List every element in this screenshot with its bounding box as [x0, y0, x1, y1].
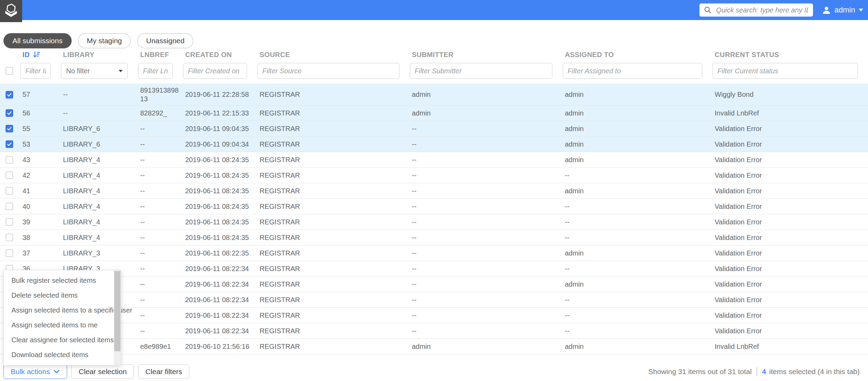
table-row[interactable]: 43LIBRARY_4--2019-06-11 08:24:35REGISTRA…: [0, 152, 868, 168]
filter-input-submitter[interactable]: [410, 63, 552, 79]
cell-text: REGISTRAR: [260, 125, 300, 133]
row-checkbox[interactable]: [6, 109, 13, 117]
row-checkbox[interactable]: [6, 140, 13, 148]
cell-created_on: 2019-06-11 22:15:33: [180, 105, 254, 121]
table-row[interactable]: 39LIBRARY_4--2019-06-11 08:24:35REGISTRA…: [0, 214, 868, 230]
library-filter-select[interactable]: No filter: [61, 63, 128, 79]
cell-created_on: 2019-06-11 08:22:35: [180, 245, 254, 261]
cell-text: --: [412, 234, 416, 242]
cell-text: --: [140, 218, 145, 226]
table-row[interactable]: e8e989e12019-06-10 21:56:16REGISTRARadmi…: [0, 339, 868, 354]
cell-submitter: --: [406, 323, 559, 338]
cell-text: REGISTRAR: [260, 91, 300, 99]
cell-text: admin: [565, 109, 584, 117]
cell-text: Validation Error: [715, 249, 762, 257]
menu-scrollbar[interactable]: [114, 270, 121, 365]
cell-text: 37: [22, 249, 30, 257]
table-row[interactable]: 38LIBRARY_4--2019-06-11 08:24:35REGISTRA…: [0, 230, 868, 245]
showing-count-text: Showing 31 items out of 31 total: [648, 368, 752, 376]
filter-input-assigned_to[interactable]: [563, 63, 702, 79]
column-header-submitter[interactable]: SUBMITTER: [406, 48, 559, 61]
table-row[interactable]: 40LIBRARY_4--2019-06-11 08:24:35REGISTRA…: [0, 199, 868, 214]
cell-source: REGISTRAR: [254, 292, 406, 307]
cell-text: REGISTRAR: [260, 312, 300, 319]
table-row[interactable]: --2019-06-11 08:22:34REGISTRAR--adminVal…: [0, 277, 868, 292]
table-row[interactable]: --2019-06-11 08:22:34REGISTRAR----Valida…: [0, 323, 868, 339]
row-checkbox[interactable]: [6, 203, 13, 210]
table-row[interactable]: 41LIBRARY_4--2019-06-11 08:24:35REGISTRA…: [0, 183, 868, 199]
cell-assigned_to: admin: [559, 245, 709, 261]
filter-cell-submitter: [406, 63, 559, 79]
bulk-actions-label: Bulk actions: [11, 368, 50, 376]
menu-item-download-selected-items[interactable]: Download selected items: [4, 347, 121, 362]
cell-text: admin: [565, 140, 584, 148]
column-header-id[interactable]: ID: [17, 48, 57, 61]
tab-unassigned[interactable]: Unassigned: [137, 33, 193, 48]
table-row[interactable]: 53LIBRARY_6--2019-06-11 09:04:34REGISTRA…: [0, 137, 868, 152]
filter-input-source[interactable]: [257, 63, 399, 79]
select-all-checkbox[interactable]: [6, 67, 13, 75]
column-header-library[interactable]: LIBRARY: [57, 48, 135, 61]
column-header-assigned_to[interactable]: ASSIGNED TO: [559, 48, 709, 61]
cell-id: 38: [17, 230, 57, 245]
menu-item-bulk-register-selected-items[interactable]: Bulk register selected items: [4, 273, 121, 288]
user-menu[interactable]: admin: [822, 6, 863, 15]
filter-cell-id: [17, 63, 57, 79]
row-checkbox[interactable]: [6, 249, 13, 257]
menu-item-delete-selected-items[interactable]: Delete selected items: [4, 288, 121, 303]
quick-search-input[interactable]: [715, 6, 809, 15]
table-row[interactable]: --2019-06-11 08:22:34REGISTRAR----Valida…: [0, 292, 868, 308]
table-row[interactable]: 56--828292_2019-06-11 22:15:33REGISTRARa…: [0, 105, 868, 121]
cell-submitter: --: [406, 277, 559, 292]
menu-item-assign-selected-items-to-a-specific-user[interactable]: Assign selected items to a specific user: [4, 303, 121, 318]
clear-filters-button[interactable]: Clear filters: [138, 364, 189, 379]
table-header-row: IDLIBRARYLNBREFCREATED ONSOURCESUBMITTER…: [0, 48, 868, 61]
filter-input-current_status[interactable]: [713, 63, 858, 79]
cell-library: LIBRARY_3: [57, 245, 135, 261]
cell-text: LIBRARY_4: [63, 218, 100, 226]
filter-input-created_on[interactable]: [183, 63, 247, 79]
column-header-lnbref[interactable]: LNBREF: [135, 48, 180, 61]
chevron-down-icon: [53, 369, 60, 374]
row-checkbox[interactable]: [6, 91, 13, 99]
menu-item-clear-assignee-for-selected-items[interactable]: Clear assignee for selected items: [4, 333, 121, 347]
cell-current_status: Validation Error: [709, 168, 868, 183]
table-row[interactable]: 42LIBRARY_4--2019-06-11 08:24:35REGISTRA…: [0, 168, 868, 183]
cell-assigned_to: admin: [559, 152, 709, 167]
bulk-actions-button[interactable]: Bulk actions: [3, 364, 67, 379]
column-header-current_status[interactable]: CURRENT STATUS: [709, 48, 868, 61]
table-row[interactable]: 37LIBRARY_3--2019-06-11 08:22:35REGISTRA…: [0, 245, 868, 261]
menu-scrollbar-thumb[interactable]: [114, 271, 120, 351]
table-row[interactable]: 57--8913913898132019-06-11 22:28:58REGIS…: [0, 84, 868, 105]
row-checkbox[interactable]: [6, 234, 13, 241]
cell-text: REGISTRAR: [260, 203, 300, 211]
row-checkbox[interactable]: [6, 218, 13, 226]
column-header-source[interactable]: SOURCE: [254, 48, 406, 61]
cell-text: REGISTRAR: [260, 140, 300, 148]
cell-current_status: Validation Error: [709, 261, 868, 276]
menu-item-assign-selected-items-to-me[interactable]: Assign selected items to me: [4, 318, 121, 333]
clear-selection-button[interactable]: Clear selection: [71, 364, 134, 379]
cell-submitter: admin: [406, 84, 559, 105]
column-header-created_on[interactable]: CREATED ON: [180, 48, 254, 61]
cell-text: --: [140, 327, 145, 335]
row-checkbox[interactable]: [6, 125, 13, 132]
filter-input-id[interactable]: [20, 63, 51, 79]
row-checkbox[interactable]: [6, 187, 13, 195]
cell-text: 828292_: [140, 109, 167, 118]
table-row[interactable]: 55LIBRARY_6--2019-06-11 09:04:35REGISTRA…: [0, 121, 868, 137]
table-row[interactable]: 36LIBRARY_3--2019-06-11 08:22:34REGISTRA…: [0, 261, 868, 277]
filter-input-lnbref[interactable]: [138, 63, 173, 79]
cell-assigned_to: admin: [559, 121, 709, 136]
cell-text: LIBRARY_6: [63, 125, 100, 133]
tab-my-staging[interactable]: My staging: [78, 33, 131, 48]
row-checkbox[interactable]: [6, 171, 13, 179]
row-checkbox-cell: [0, 245, 17, 261]
cell-current_status: Validation Error: [709, 214, 868, 230]
app-logo[interactable]: [0, 0, 22, 22]
cell-text: admin: [412, 91, 431, 99]
cell-lnbref: 828292_: [135, 105, 180, 121]
cell-lnbref: e8e989e1: [135, 339, 180, 354]
tab-all-submissions[interactable]: All submissions: [3, 33, 72, 48]
row-checkbox[interactable]: [6, 156, 13, 164]
